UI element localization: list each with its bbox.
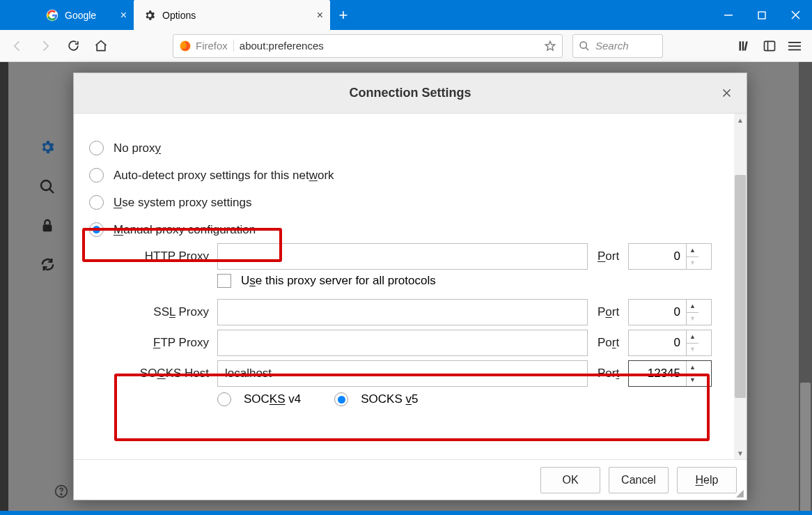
tab-google[interactable]: Google × [36, 0, 134, 30]
svg-rect-6 [742, 41, 744, 50]
minimize-button[interactable] [712, 0, 745, 30]
tab-close-icon[interactable]: × [303, 9, 323, 22]
url-text: about:preferences [240, 40, 544, 52]
http-port-spinner[interactable]: ▲▼ [628, 243, 712, 270]
ftp-proxy-label: FTP Proxy [124, 336, 214, 350]
radio-manual-proxy[interactable]: Manual proxy configuration [89, 216, 712, 243]
library-button[interactable] [733, 34, 756, 58]
http-port-input[interactable] [629, 249, 686, 263]
tab-close-icon[interactable]: × [107, 9, 127, 22]
use-all-protocols-checkbox[interactable] [217, 274, 231, 288]
radio-label: No proxy [114, 141, 161, 155]
scroll-up-icon[interactable]: ▲ [734, 114, 747, 126]
menu-button[interactable] [783, 34, 806, 58]
socks-v4-label: SOCKS v4 [244, 392, 301, 406]
tab-title: Google [65, 10, 96, 21]
dialog-close-button[interactable] [716, 83, 737, 104]
radio-system-proxy[interactable]: Use system proxy settings [89, 189, 712, 216]
spinner-up-icon[interactable]: ▲ [687, 244, 698, 257]
svg-rect-1 [724, 15, 733, 16]
taskbar-strip [0, 511, 812, 515]
search-placeholder: Search [595, 40, 629, 52]
close-window-button[interactable] [779, 0, 812, 30]
svg-rect-11 [788, 49, 801, 50]
ftp-port-spinner[interactable]: ▲▼ [628, 330, 712, 356]
http-proxy-input[interactable] [217, 243, 588, 270]
svg-rect-5 [740, 41, 742, 50]
port-label: Port [591, 305, 625, 319]
ok-button[interactable]: OK [540, 467, 600, 493]
port-label: Port [591, 249, 625, 263]
spinner-up-icon[interactable]: ▲ [687, 330, 698, 344]
spinner-down-icon[interactable]: ▼ [687, 257, 698, 270]
socks-host-label: SOCKS Host [124, 367, 214, 381]
dialog-scrollbar[interactable]: ▲ ▼ [734, 114, 747, 459]
http-proxy-label: HTTP Proxy [124, 249, 214, 263]
spinner-down-icon[interactable]: ▼ [687, 374, 698, 387]
port-label: Port [591, 336, 625, 350]
google-favicon-icon [46, 9, 58, 22]
svg-rect-8 [765, 41, 775, 50]
ssl-port-spinner[interactable]: ▲▼ [628, 299, 712, 325]
search-icon [579, 40, 590, 52]
radio-socks-v5[interactable] [334, 392, 348, 406]
radio-icon [89, 222, 104, 237]
ftp-port-input[interactable] [629, 336, 686, 350]
dialog-footer: OK Cancel Help ◢ [74, 459, 747, 500]
maximize-button[interactable] [745, 0, 779, 30]
svg-rect-7 [744, 41, 747, 51]
tab-options[interactable]: Options × [134, 0, 330, 30]
window-controls [712, 0, 812, 30]
cancel-button[interactable]: Cancel [609, 467, 669, 493]
title-bar: Google × Options × + [0, 0, 812, 30]
socks-port-input[interactable] [629, 367, 686, 381]
radio-auto-detect[interactable]: Auto-detect proxy settings for this netw… [89, 162, 712, 189]
home-button[interactable] [89, 34, 113, 58]
nav-toolbar: Firefox about:preferences Search [0, 30, 812, 62]
forward-button[interactable] [33, 34, 57, 58]
svg-rect-2 [758, 12, 765, 19]
url-bar[interactable]: Firefox about:preferences [173, 34, 563, 58]
bookmark-star-icon[interactable] [544, 40, 556, 52]
ssl-proxy-input[interactable] [217, 299, 588, 325]
dialog-header: Connection Settings [74, 73, 747, 114]
radio-icon [89, 141, 104, 155]
spinner-down-icon[interactable]: ▼ [687, 313, 698, 325]
reload-button[interactable] [61, 34, 85, 58]
radio-socks-v4[interactable] [217, 392, 231, 406]
socks-v5-label: SOCKS v5 [361, 392, 418, 406]
connection-settings-dialog: Connection Settings No proxy Auto-detect… [73, 72, 747, 500]
radio-icon [89, 168, 104, 183]
socks-port-spinner[interactable]: ▲▼ [628, 360, 712, 387]
sidebar-button[interactable] [758, 34, 781, 58]
use-all-label: Use this proxy server for all protocols [241, 274, 436, 288]
ftp-proxy-input[interactable] [217, 330, 588, 356]
firefox-logo-icon [179, 40, 192, 52]
radio-no-proxy[interactable]: No proxy [89, 134, 712, 162]
scroll-down-icon[interactable]: ▼ [734, 447, 747, 459]
search-bar[interactable]: Search [572, 34, 663, 58]
port-label: Port [591, 367, 625, 381]
svg-point-4 [580, 42, 586, 48]
tab-title: Options [162, 10, 196, 21]
new-tab-button[interactable]: + [330, 0, 357, 30]
dialog-title: Connection Settings [350, 86, 471, 100]
scrollbar-thumb[interactable] [800, 383, 811, 515]
radio-label: Use system proxy settings [114, 196, 251, 210]
spinner-up-icon[interactable]: ▲ [687, 300, 698, 313]
help-button[interactable]: Help [677, 467, 737, 493]
spinner-up-icon[interactable]: ▲ [687, 361, 698, 374]
page-scrollbar[interactable] [799, 62, 812, 511]
spinner-down-icon[interactable]: ▼ [687, 344, 698, 356]
ssl-proxy-label: SSL Proxy [124, 305, 214, 319]
svg-rect-10 [788, 45, 801, 47]
radio-label: Manual proxy configuration [114, 223, 256, 237]
radio-icon [89, 195, 104, 210]
resize-grip-icon[interactable]: ◢ [736, 487, 744, 498]
identity-label: Firefox [196, 40, 234, 52]
ssl-port-input[interactable] [629, 305, 686, 319]
socks-host-input[interactable] [217, 360, 588, 387]
scrollbar-thumb[interactable] [735, 175, 746, 398]
gear-icon [143, 9, 156, 22]
back-button[interactable] [6, 34, 29, 58]
